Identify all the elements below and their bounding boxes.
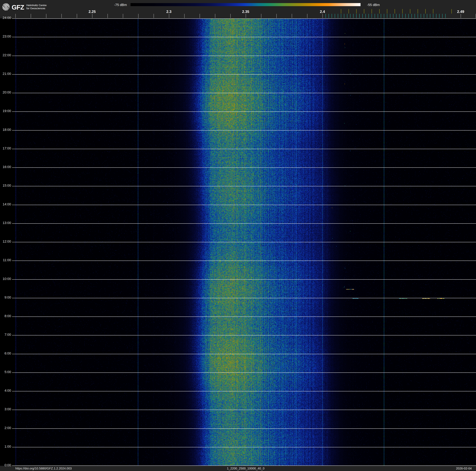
hour-tick [12, 74, 15, 74]
freq-minor-tick [276, 14, 277, 18]
hour-gridline [15, 56, 476, 56]
hour-gridline [15, 391, 476, 391]
hour-gridline [15, 149, 476, 149]
gfz-logo: GFZ Helmholtz Centre for Geosciences [2, 3, 82, 14]
ble-channel-tick [335, 14, 335, 18]
ble-channel-tick [344, 14, 344, 18]
freq-minor-tick [153, 14, 154, 18]
logo-subtitle-line1: Helmholtz Centre [26, 4, 47, 7]
plot-area: 24:0023:0022:0021:0020:0019:0018:0017:00… [0, 18, 476, 466]
ble-channel-tick [372, 14, 372, 18]
time-label: 12:00 [0, 239, 11, 243]
ble-channel-tick [325, 14, 326, 18]
freq-minor-tick [246, 14, 246, 18]
hour-tick [12, 149, 15, 149]
hour-tick [12, 466, 15, 466]
ble-channel-tick [387, 14, 387, 18]
time-label: 7:00 [0, 333, 11, 337]
hour-gridline [15, 335, 476, 335]
ble-channel-tick [433, 14, 433, 18]
ble-channel-tick [381, 14, 381, 18]
hour-gridline [15, 317, 476, 317]
hour-tick [12, 167, 15, 168]
ble-channel-tick [369, 14, 369, 18]
ble-channel-tick [353, 14, 354, 18]
time-label: 1:00 [0, 445, 11, 449]
freq-minor-tick [292, 14, 292, 18]
time-label: 9:00 [0, 295, 11, 299]
ble-channel-tick [402, 14, 403, 18]
wifi-channel-tick [387, 9, 387, 14]
time-label: 14:00 [0, 202, 11, 206]
hour-gridline [15, 37, 476, 37]
time-label: 24:00 [0, 16, 11, 20]
freq-minor-tick [15, 14, 16, 18]
hour-tick [12, 130, 15, 130]
ble-channel-tick [421, 14, 421, 18]
hour-gridline [15, 130, 476, 130]
hour-gridline [15, 242, 476, 242]
wifi-channel-tick [372, 9, 372, 14]
time-label: 23:00 [0, 35, 11, 38]
hour-gridline [15, 261, 476, 261]
wifi-channel-tick [364, 9, 364, 14]
time-label: 5:00 [0, 370, 11, 374]
hour-gridline [15, 167, 476, 168]
hour-gridline [15, 447, 476, 447]
freq-minor-tick [61, 14, 62, 18]
hour-tick [12, 242, 15, 242]
header-bar: GFZ Helmholtz Centre for Geosciences -75… [0, 0, 476, 18]
time-label: 16:00 [0, 165, 11, 169]
hour-gridline [15, 74, 476, 74]
hour-tick [12, 354, 15, 354]
time-label: 15:00 [0, 183, 11, 188]
ble-channel-tick [365, 14, 366, 18]
colorbar-min-label: -75 dBm [92, 3, 127, 7]
time-label: 17:00 [0, 146, 11, 150]
ble-channel-tick [375, 14, 375, 18]
hour-gridline [15, 186, 476, 186]
wifi-channel-tick [395, 9, 395, 14]
time-label: 22:00 [0, 53, 11, 57]
hour-tick [12, 279, 15, 280]
hour-tick [12, 18, 15, 19]
hour-tick [12, 186, 15, 186]
hour-tick [12, 205, 15, 205]
freq-label: 2.35 [237, 10, 255, 14]
ble-channel-tick [411, 14, 412, 18]
freq-minor-tick [31, 14, 31, 18]
freq-label: 2.4 [313, 10, 332, 14]
freq-minor-tick [215, 14, 215, 18]
ble-channel-tick [418, 14, 418, 18]
time-label: 21:00 [0, 72, 11, 76]
hour-gridline [15, 93, 476, 93]
logo-subtitle: Helmholtz Centre for Geosciences [26, 4, 47, 10]
ble-channel-tick [442, 14, 442, 18]
freq-minor-tick [307, 14, 307, 18]
ble-channel-tick [399, 14, 400, 18]
ble-channel-tick [436, 14, 436, 18]
ble-channel-tick [347, 14, 347, 18]
freq-label: 2.49 [451, 10, 470, 14]
time-label: 13:00 [0, 221, 11, 225]
wifi-channel-tick [379, 9, 380, 14]
time-label: 11:00 [0, 258, 11, 262]
hour-gridline [15, 466, 476, 466]
ble-channel-tick [396, 14, 396, 18]
hour-gridline [15, 18, 476, 19]
ble-channel-tick [415, 14, 415, 18]
ble-channel-tick [332, 14, 332, 18]
freq-minor-tick [261, 14, 261, 18]
freq-minor-tick [138, 14, 138, 18]
hour-tick [12, 37, 15, 37]
time-label: 18:00 [0, 128, 11, 132]
colorbar [131, 3, 360, 6]
freq-label: 2.3 [160, 10, 178, 14]
ble-channel-tick [424, 14, 424, 18]
hour-tick [12, 372, 15, 373]
freq-minor-tick [461, 14, 461, 18]
ble-channel-tick [341, 14, 341, 18]
time-label: 10:00 [0, 277, 11, 281]
freq-minor-tick [323, 14, 323, 18]
ble-channel-tick [356, 14, 357, 18]
